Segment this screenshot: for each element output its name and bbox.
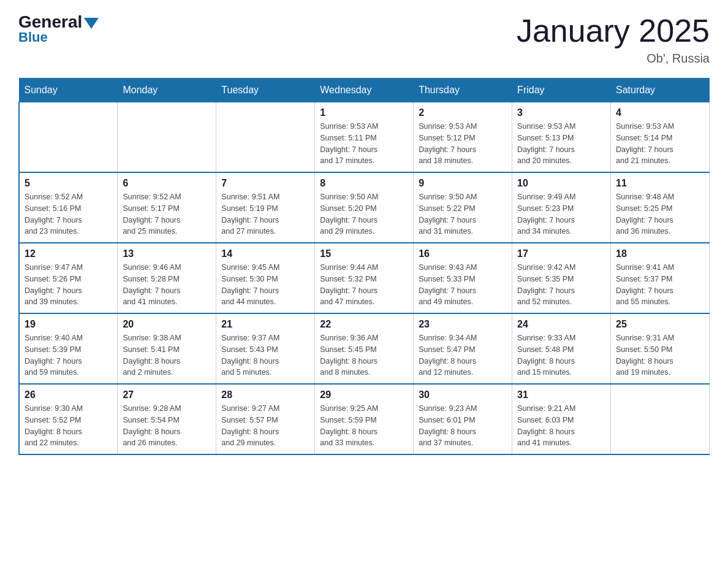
day-info: Sunrise: 9:34 AMSunset: 5:47 PMDaylight:… bbox=[419, 332, 507, 378]
day-info: Sunrise: 9:37 AMSunset: 5:43 PMDaylight:… bbox=[221, 332, 309, 378]
day-number: 17 bbox=[517, 248, 605, 259]
day-info: Sunrise: 9:48 AMSunset: 5:25 PMDaylight:… bbox=[616, 191, 704, 237]
calendar-cell: 10Sunrise: 9:49 AMSunset: 5:23 PMDayligh… bbox=[512, 172, 611, 243]
day-number: 9 bbox=[419, 178, 507, 189]
day-info: Sunrise: 9:52 AMSunset: 5:16 PMDaylight:… bbox=[25, 191, 112, 237]
calendar-cell: 22Sunrise: 9:36 AMSunset: 5:45 PMDayligh… bbox=[315, 313, 414, 384]
day-number: 16 bbox=[419, 248, 507, 259]
calendar-cell: 7Sunrise: 9:51 AMSunset: 5:19 PMDaylight… bbox=[216, 172, 315, 243]
day-number: 12 bbox=[25, 248, 112, 259]
day-info: Sunrise: 9:51 AMSunset: 5:19 PMDaylight:… bbox=[221, 191, 309, 237]
header-day-tuesday: Tuesday bbox=[216, 79, 315, 102]
calendar-week-4: 26Sunrise: 9:30 AMSunset: 5:52 PMDayligh… bbox=[19, 384, 710, 454]
day-number: 22 bbox=[320, 319, 408, 330]
day-number: 31 bbox=[517, 389, 605, 400]
day-number: 20 bbox=[123, 319, 211, 330]
day-info: Sunrise: 9:53 AMSunset: 5:14 PMDaylight:… bbox=[616, 121, 704, 167]
month-title: January 2025 bbox=[517, 12, 710, 49]
calendar-cell: 20Sunrise: 9:38 AMSunset: 5:41 PMDayligh… bbox=[118, 313, 216, 384]
day-info: Sunrise: 9:28 AMSunset: 5:54 PMDaylight:… bbox=[123, 403, 211, 449]
calendar-cell: 19Sunrise: 9:40 AMSunset: 5:39 PMDayligh… bbox=[19, 313, 118, 384]
calendar-cell: 24Sunrise: 9:33 AMSunset: 5:48 PMDayligh… bbox=[512, 313, 611, 384]
calendar-cell: 27Sunrise: 9:28 AMSunset: 5:54 PMDayligh… bbox=[118, 384, 216, 454]
calendar-cell: 31Sunrise: 9:21 AMSunset: 6:03 PMDayligh… bbox=[512, 384, 611, 454]
day-info: Sunrise: 9:44 AMSunset: 5:32 PMDaylight:… bbox=[320, 262, 408, 308]
day-number: 18 bbox=[616, 248, 704, 259]
day-info: Sunrise: 9:49 AMSunset: 5:23 PMDaylight:… bbox=[517, 191, 605, 237]
day-info: Sunrise: 9:52 AMSunset: 5:17 PMDaylight:… bbox=[123, 191, 211, 237]
day-number: 2 bbox=[419, 107, 507, 118]
calendar-cell bbox=[19, 102, 118, 173]
day-info: Sunrise: 9:38 AMSunset: 5:41 PMDaylight:… bbox=[123, 332, 211, 378]
day-number: 14 bbox=[221, 248, 309, 259]
header-day-monday: Monday bbox=[118, 79, 216, 102]
calendar-cell: 3Sunrise: 9:53 AMSunset: 5:13 PMDaylight… bbox=[512, 102, 611, 173]
location: Ob', Russia bbox=[517, 52, 710, 66]
day-number: 19 bbox=[25, 319, 112, 330]
calendar-cell: 25Sunrise: 9:31 AMSunset: 5:50 PMDayligh… bbox=[611, 313, 710, 384]
calendar-cell: 17Sunrise: 9:42 AMSunset: 5:35 PMDayligh… bbox=[512, 243, 611, 313]
day-info: Sunrise: 9:53 AMSunset: 5:13 PMDaylight:… bbox=[517, 121, 605, 167]
calendar: SundayMondayTuesdayWednesdayThursdayFrid… bbox=[18, 78, 710, 455]
day-number: 7 bbox=[221, 178, 309, 189]
day-number: 28 bbox=[221, 389, 309, 400]
calendar-cell: 6Sunrise: 9:52 AMSunset: 5:17 PMDaylight… bbox=[118, 172, 216, 243]
day-info: Sunrise: 9:45 AMSunset: 5:30 PMDaylight:… bbox=[221, 262, 309, 308]
day-number: 30 bbox=[419, 389, 507, 400]
calendar-cell bbox=[216, 102, 315, 173]
header-day-wednesday: Wednesday bbox=[315, 79, 414, 102]
day-info: Sunrise: 9:33 AMSunset: 5:48 PMDaylight:… bbox=[517, 332, 605, 378]
day-info: Sunrise: 9:40 AMSunset: 5:39 PMDaylight:… bbox=[25, 332, 112, 378]
header-day-saturday: Saturday bbox=[611, 79, 710, 102]
calendar-cell: 2Sunrise: 9:53 AMSunset: 5:12 PMDaylight… bbox=[414, 102, 512, 173]
day-number: 11 bbox=[616, 178, 704, 189]
calendar-week-2: 12Sunrise: 9:47 AMSunset: 5:26 PMDayligh… bbox=[19, 243, 710, 313]
day-number: 15 bbox=[320, 248, 408, 259]
calendar-header-row: SundayMondayTuesdayWednesdayThursdayFrid… bbox=[19, 79, 710, 102]
day-number: 26 bbox=[25, 389, 112, 400]
day-info: Sunrise: 9:25 AMSunset: 5:59 PMDaylight:… bbox=[320, 403, 408, 449]
calendar-cell: 21Sunrise: 9:37 AMSunset: 5:43 PMDayligh… bbox=[216, 313, 315, 384]
day-number: 13 bbox=[123, 248, 211, 259]
header: General Blue January 2025 Ob', Russia bbox=[18, 12, 710, 66]
calendar-cell: 18Sunrise: 9:41 AMSunset: 5:37 PMDayligh… bbox=[611, 243, 710, 313]
calendar-cell: 5Sunrise: 9:52 AMSunset: 5:16 PMDaylight… bbox=[19, 172, 118, 243]
day-info: Sunrise: 9:50 AMSunset: 5:22 PMDaylight:… bbox=[419, 191, 507, 237]
calendar-cell bbox=[611, 384, 710, 454]
day-info: Sunrise: 9:36 AMSunset: 5:45 PMDaylight:… bbox=[320, 332, 408, 378]
day-number: 5 bbox=[25, 178, 112, 189]
day-info: Sunrise: 9:53 AMSunset: 5:12 PMDaylight:… bbox=[419, 121, 507, 167]
day-number: 4 bbox=[616, 107, 704, 118]
calendar-cell: 1Sunrise: 9:53 AMSunset: 5:11 PMDaylight… bbox=[315, 102, 414, 173]
calendar-week-0: 1Sunrise: 9:53 AMSunset: 5:11 PMDaylight… bbox=[19, 102, 710, 173]
day-info: Sunrise: 9:43 AMSunset: 5:33 PMDaylight:… bbox=[419, 262, 507, 308]
day-info: Sunrise: 9:46 AMSunset: 5:28 PMDaylight:… bbox=[123, 262, 211, 308]
day-info: Sunrise: 9:30 AMSunset: 5:52 PMDaylight:… bbox=[25, 403, 112, 449]
title-area: January 2025 Ob', Russia bbox=[517, 12, 710, 66]
day-number: 10 bbox=[517, 178, 605, 189]
calendar-cell bbox=[118, 102, 216, 173]
calendar-cell: 8Sunrise: 9:50 AMSunset: 5:20 PMDaylight… bbox=[315, 172, 414, 243]
day-info: Sunrise: 9:31 AMSunset: 5:50 PMDaylight:… bbox=[616, 332, 704, 378]
day-info: Sunrise: 9:50 AMSunset: 5:20 PMDaylight:… bbox=[320, 191, 408, 237]
calendar-cell: 14Sunrise: 9:45 AMSunset: 5:30 PMDayligh… bbox=[216, 243, 315, 313]
calendar-cell: 15Sunrise: 9:44 AMSunset: 5:32 PMDayligh… bbox=[315, 243, 414, 313]
calendar-cell: 30Sunrise: 9:23 AMSunset: 6:01 PMDayligh… bbox=[414, 384, 512, 454]
day-number: 21 bbox=[221, 319, 309, 330]
day-number: 8 bbox=[320, 178, 408, 189]
calendar-week-3: 19Sunrise: 9:40 AMSunset: 5:39 PMDayligh… bbox=[19, 313, 710, 384]
day-info: Sunrise: 9:27 AMSunset: 5:57 PMDaylight:… bbox=[221, 403, 309, 449]
day-info: Sunrise: 9:23 AMSunset: 6:01 PMDaylight:… bbox=[419, 403, 507, 449]
calendar-cell: 4Sunrise: 9:53 AMSunset: 5:14 PMDaylight… bbox=[611, 102, 710, 173]
header-day-thursday: Thursday bbox=[414, 79, 512, 102]
day-number: 25 bbox=[616, 319, 704, 330]
calendar-cell: 12Sunrise: 9:47 AMSunset: 5:26 PMDayligh… bbox=[19, 243, 118, 313]
day-number: 29 bbox=[320, 389, 408, 400]
day-number: 6 bbox=[123, 178, 211, 189]
day-number: 1 bbox=[320, 107, 408, 118]
day-info: Sunrise: 9:53 AMSunset: 5:11 PMDaylight:… bbox=[320, 121, 408, 167]
logo: General Blue bbox=[18, 12, 99, 45]
day-info: Sunrise: 9:21 AMSunset: 6:03 PMDaylight:… bbox=[517, 403, 605, 449]
logo-blue-text: Blue bbox=[18, 29, 48, 45]
calendar-cell: 23Sunrise: 9:34 AMSunset: 5:47 PMDayligh… bbox=[414, 313, 512, 384]
